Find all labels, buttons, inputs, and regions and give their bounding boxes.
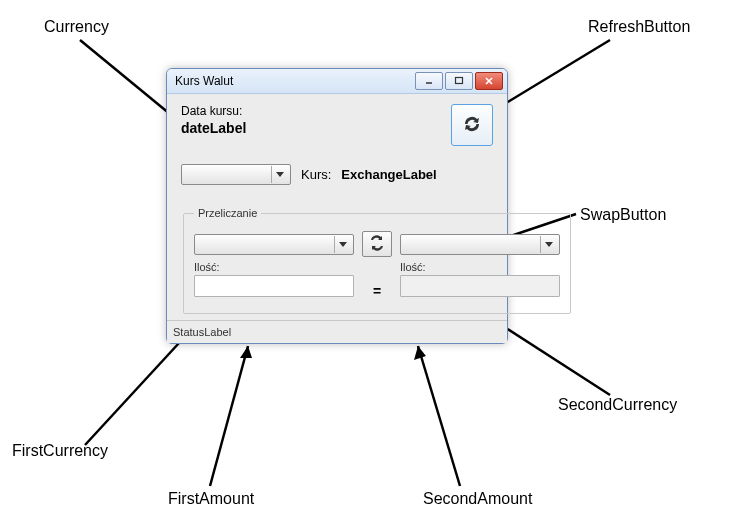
statusbar: StatusLabel [167, 320, 507, 343]
window-title: Kurs Walut [175, 74, 415, 88]
annotation-second-currency: SecondCurrency [558, 396, 677, 414]
date-title-label: Data kursu: [181, 104, 451, 118]
minimize-button[interactable] [415, 72, 443, 90]
svg-line-12 [418, 346, 460, 486]
first-currency-select[interactable] [194, 234, 354, 255]
svg-rect-15 [456, 78, 463, 84]
titlebar[interactable]: Kurs Walut [167, 69, 507, 94]
svg-marker-11 [240, 346, 252, 358]
rate-label: Kurs: [301, 167, 331, 182]
currency-select[interactable] [181, 164, 291, 185]
equals-label: = [363, 257, 391, 299]
exchange-rate-value: ExchangeLabel [341, 167, 436, 182]
annotation-second-amount: SecondAmount [423, 490, 532, 508]
svg-marker-13 [414, 346, 426, 360]
date-value-label: dateLabel [181, 120, 451, 136]
conversion-group: Przeliczanie Ilość: [183, 207, 571, 314]
refresh-icon [460, 112, 484, 139]
app-window: Kurs Walut Data kursu: dateLabel [166, 68, 508, 344]
conversion-group-title: Przeliczanie [194, 207, 261, 219]
chevron-down-icon [271, 166, 288, 183]
first-amount-input[interactable] [194, 275, 354, 297]
annotation-first-currency: FirstCurrency [12, 442, 108, 460]
status-label: StatusLabel [173, 326, 231, 338]
second-amount-output[interactable] [400, 275, 560, 297]
second-currency-select[interactable] [400, 234, 560, 255]
chevron-down-icon [540, 236, 557, 253]
annotation-currency: Currency [44, 18, 109, 36]
swap-button[interactable] [362, 231, 392, 257]
second-amount-label: Ilość: [400, 261, 560, 273]
first-amount-label: Ilość: [194, 261, 354, 273]
close-button[interactable] [475, 72, 503, 90]
annotation-first-amount: FirstAmount [168, 490, 254, 508]
svg-line-10 [210, 346, 248, 486]
maximize-button[interactable] [445, 72, 473, 90]
refresh-button[interactable] [451, 104, 493, 146]
chevron-down-icon [334, 236, 351, 253]
annotation-refresh: RefreshButton [588, 18, 690, 36]
swap-icon [368, 235, 386, 254]
annotation-swap: SwapButton [580, 206, 666, 224]
